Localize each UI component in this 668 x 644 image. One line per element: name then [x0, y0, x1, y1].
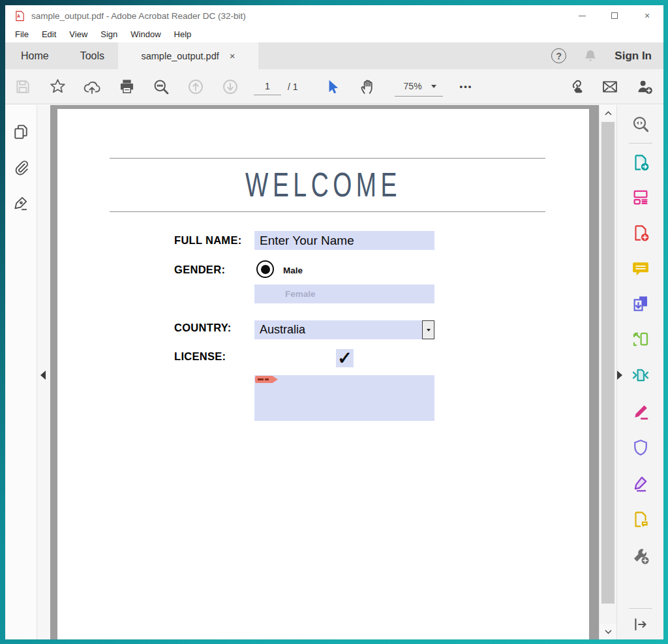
hand-tool-button[interactable]: [356, 76, 378, 98]
country-dropdown[interactable]: Australia: [254, 320, 422, 339]
combine-files-button[interactable]: [629, 292, 652, 315]
full-name-field[interactable]: Enter Your Name: [254, 231, 434, 250]
zoom-value: 75%: [404, 81, 422, 91]
scroll-up-button[interactable]: [600, 105, 616, 121]
divider-line: [110, 158, 545, 159]
radio-selected-dot: [261, 265, 270, 274]
title-bar: A sample_output.pdf - Adobe Acrobat Read…: [5, 5, 663, 26]
divider-line: [110, 211, 545, 212]
left-nav-panel: [5, 105, 37, 639]
signature-field[interactable]: [254, 375, 434, 421]
print-button[interactable]: [115, 76, 138, 98]
tag-text-mark: [265, 378, 269, 380]
gender-label: GENDER:: [174, 264, 225, 276]
page-count-label: / 1: [288, 82, 298, 92]
notifications-button[interactable]: [583, 48, 598, 64]
attachments-button[interactable]: [9, 156, 33, 179]
male-option-label: Male: [283, 266, 303, 275]
link-share-icon: [566, 78, 584, 96]
request-signatures-icon: [631, 474, 650, 493]
maximize-button[interactable]: [598, 5, 631, 26]
gender-male-radio[interactable]: [256, 260, 274, 278]
pdf-page: WELCOME FULL NAME: Enter Your Name GENDE…: [57, 109, 589, 639]
page-down-icon: [221, 78, 239, 96]
scroll-down-button[interactable]: [600, 624, 616, 639]
save-icon: [14, 78, 31, 95]
tools-panel: [616, 105, 663, 639]
combine-files-icon: [631, 294, 650, 313]
crop-pages-icon: [631, 329, 650, 348]
menu-help[interactable]: Help: [168, 26, 198, 42]
export-pdf-button[interactable]: [629, 151, 652, 174]
menu-window[interactable]: Window: [124, 26, 167, 42]
tab-close-icon[interactable]: ×: [230, 50, 235, 61]
license-checkbox[interactable]: ✓: [336, 349, 354, 367]
more-tools-button[interactable]: [629, 544, 652, 568]
comment-button[interactable]: [629, 256, 652, 280]
tab-tools[interactable]: Tools: [65, 42, 120, 69]
more-options-button[interactable]: •••: [460, 82, 473, 91]
collapse-right-arrow-icon[interactable]: [617, 371, 622, 380]
acrobat-window: A sample_output.pdf - Adobe Acrobat Read…: [5, 5, 663, 639]
organize-pages-button[interactable]: [629, 185, 652, 208]
wrench-plus-icon: [631, 546, 650, 566]
bell-icon: [583, 48, 598, 64]
menu-bar: File Edit View Sign Window Help: [5, 26, 663, 42]
add-user-button[interactable]: [633, 76, 656, 98]
share-link-button[interactable]: [564, 76, 586, 98]
document-pane[interactable]: WELCOME FULL NAME: Enter Your Name GENDE…: [50, 105, 599, 639]
dropdown-caret-icon: [427, 329, 431, 331]
close-button[interactable]: ×: [631, 5, 663, 26]
pointer-arrow-icon: [324, 78, 341, 95]
star-button[interactable]: [46, 76, 68, 98]
protect-button[interactable]: [629, 436, 652, 459]
email-button[interactable]: [599, 76, 621, 98]
crop-pages-button[interactable]: [629, 327, 652, 350]
sign-in-button[interactable]: Sign In: [615, 50, 652, 63]
envelope-icon: [601, 78, 619, 96]
page-thumbnails-icon: [12, 123, 30, 141]
next-page-button[interactable]: [219, 76, 241, 98]
send-for-comments-button[interactable]: [629, 508, 652, 531]
help-button[interactable]: ?: [551, 48, 566, 63]
comment-bubble-icon: [631, 258, 650, 278]
menu-file[interactable]: File: [8, 26, 35, 42]
country-dropdown-button[interactable]: [422, 320, 434, 339]
tab-home[interactable]: Home: [5, 42, 65, 69]
maximize-icon: [611, 12, 618, 19]
form-title: WELCOME: [132, 165, 515, 204]
gender-female-field[interactable]: Female: [254, 284, 434, 303]
page-number-input[interactable]: 1: [254, 78, 281, 95]
vertical-scrollbar[interactable]: [599, 105, 616, 639]
compress-pdf-icon: [631, 365, 650, 385]
panel-divider: [629, 143, 652, 144]
left-panel-toggle[interactable]: [37, 105, 50, 639]
fill-and-sign-button[interactable]: [629, 400, 652, 423]
menu-view[interactable]: View: [63, 26, 94, 42]
page-thumbnails-button[interactable]: [9, 120, 33, 144]
search-magnifier-icon: [152, 78, 170, 96]
search-tools-button[interactable]: [629, 112, 652, 136]
minimize-button[interactable]: [566, 5, 598, 26]
create-pdf-button[interactable]: [629, 221, 652, 245]
document-tab-label: sample_output.pdf: [141, 51, 219, 61]
zoom-control[interactable]: 75%: [395, 77, 443, 97]
menu-sign[interactable]: Sign: [94, 26, 124, 42]
open-tools-panel-button[interactable]: [629, 613, 652, 636]
open-panel-icon: [631, 615, 650, 634]
request-signatures-button[interactable]: [629, 472, 652, 495]
share-cloud-button[interactable]: [81, 76, 103, 98]
save-button[interactable]: [12, 76, 34, 98]
menu-edit[interactable]: Edit: [35, 26, 63, 42]
country-label: COUNTRY:: [174, 322, 232, 334]
signatures-button[interactable]: [9, 192, 33, 215]
signature-pen-icon: [12, 194, 30, 213]
scrollbar-thumb[interactable]: [601, 122, 615, 604]
previous-page-button[interactable]: [185, 76, 207, 98]
compress-pdf-button[interactable]: [629, 363, 652, 387]
select-tool-button[interactable]: [322, 76, 344, 98]
export-pdf-icon: [631, 153, 650, 172]
search-button[interactable]: [150, 76, 172, 98]
close-icon: ×: [645, 10, 650, 21]
tab-document[interactable]: sample_output.pdf ×: [118, 42, 258, 69]
